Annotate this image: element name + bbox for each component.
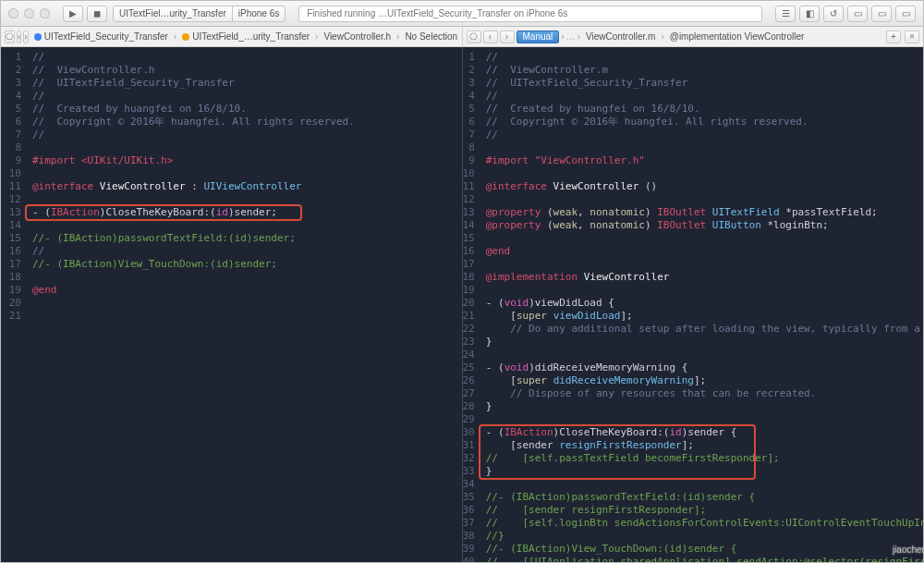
right-editor[interactable]: 123456789101112 13 14 151617181920212223… xyxy=(463,47,924,562)
jump-bars: ⎔ ‹ › UITextField_Security_Transfer › UI… xyxy=(1,27,923,47)
run-button[interactable]: ▶ xyxy=(63,6,83,22)
panel-left-button[interactable]: ▭ xyxy=(847,6,868,22)
left-code[interactable]: // // ViewController.h // UITextField_Se… xyxy=(27,47,462,562)
left-editor[interactable]: 123456789101112 13 1415161718192021 // /… xyxy=(1,47,463,562)
right-code[interactable]: // // ViewController.m // UITextField_Se… xyxy=(480,47,923,562)
jb-left-crumb-project[interactable]: UITextField_Security_Transfer xyxy=(30,31,172,42)
jump-bar-right: ⎔ ‹ › Manual ›…› ViewController.m › @imp… xyxy=(463,27,924,46)
back-button[interactable]: ‹ xyxy=(17,31,21,43)
left-gutter: 123456789101112 13 1415161718192021 xyxy=(1,47,27,562)
editor-standard-button[interactable]: ☰ xyxy=(775,6,796,22)
scheme-target: UITextFiel…urity_Transfer xyxy=(114,8,232,18)
jb-left-crumb-selection[interactable]: No Selection xyxy=(401,31,461,42)
forward-button[interactable]: › xyxy=(23,31,28,43)
stop-button[interactable]: ◼ xyxy=(87,6,107,22)
jb-right-manual[interactable]: Manual xyxy=(517,31,560,43)
assistant-add-button[interactable]: + xyxy=(886,31,901,43)
editor-version-button[interactable]: ↺ xyxy=(823,6,844,22)
related-items-button[interactable]: ⎔ xyxy=(5,31,15,43)
scheme-selector[interactable]: UITextFiel…urity_Transfer iPhone 6s xyxy=(113,6,286,22)
jump-bar-left: ⎔ ‹ › UITextField_Security_Transfer › UI… xyxy=(1,27,463,46)
jb-left-crumb-group[interactable]: UITextField_…urity_Transfer xyxy=(178,31,313,42)
editor-split: 123456789101112 13 1415161718192021 // /… xyxy=(1,47,923,562)
right-gutter: 123456789101112 13 14 151617181920212223… xyxy=(463,47,480,562)
toolbar: ▶ ◼ UITextFiel…urity_Transfer iPhone 6s … xyxy=(1,1,923,27)
jb-right-scope[interactable]: @implementation ViewController xyxy=(666,31,808,42)
panel-right-button[interactable]: ▭ xyxy=(895,6,916,22)
xcode-window: ▶ ◼ UITextFiel…urity_Transfer iPhone 6s … xyxy=(0,0,924,563)
assistant-related-button[interactable]: ⎔ xyxy=(467,31,481,43)
assistant-forward-button[interactable]: › xyxy=(500,31,515,43)
assistant-close-button[interactable]: × xyxy=(905,31,919,43)
close-dot[interactable] xyxy=(8,8,18,18)
editor-assistant-button[interactable]: ◧ xyxy=(799,6,820,22)
activity-status: Finished running …UITextField_Security_T… xyxy=(298,6,762,22)
minimize-dot[interactable] xyxy=(24,8,34,18)
scheme-device: iPhone 6s xyxy=(233,8,285,18)
watermark: 查字典教程网 jiaocheng.chazidian.com xyxy=(893,531,923,557)
panel-bottom-button[interactable]: ▭ xyxy=(871,6,892,22)
assistant-back-button[interactable]: ‹ xyxy=(483,31,498,43)
jb-left-crumb-file[interactable]: ViewController.h xyxy=(320,31,395,42)
jb-right-file[interactable]: ViewController.m xyxy=(582,31,659,42)
zoom-dot[interactable] xyxy=(40,8,50,18)
traffic-lights xyxy=(8,8,50,18)
